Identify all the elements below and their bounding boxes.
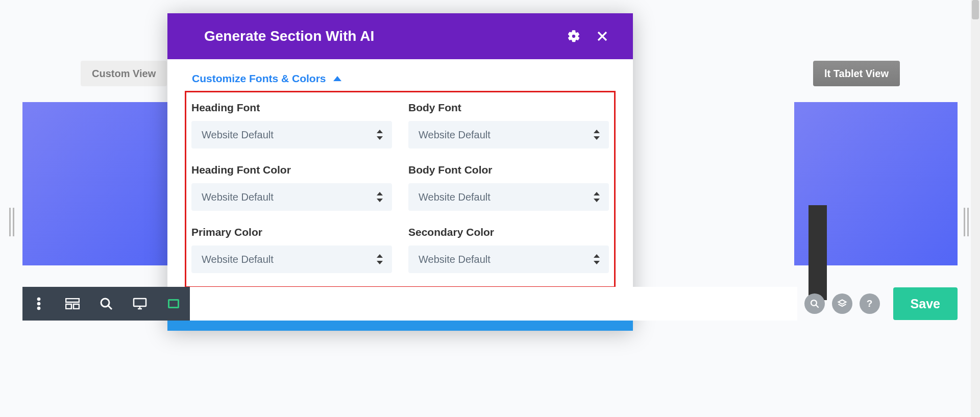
tablet-view-label: lt Tablet View xyxy=(824,68,889,80)
close-icon xyxy=(596,30,608,42)
save-label: Save xyxy=(911,297,940,311)
custom-view-button[interactable]: Custom View xyxy=(81,61,167,86)
svg-line-7 xyxy=(108,306,112,309)
primary-color-value: Website Default xyxy=(202,254,274,265)
zoom-button[interactable] xyxy=(99,297,113,311)
page-scrollbar-track[interactable] xyxy=(971,0,980,417)
custom-view-label: Custom View xyxy=(92,68,156,80)
primary-color-label: Primary Color xyxy=(191,226,392,238)
help-circle-button[interactable]: ? xyxy=(860,293,880,314)
page-scrollbar-thumb[interactable] xyxy=(972,0,979,19)
save-button[interactable]: Save xyxy=(893,287,958,320)
svg-point-0 xyxy=(37,298,40,301)
toolbar-dark-group xyxy=(22,287,190,321)
field-primary-color: Primary Color Website Default xyxy=(191,226,392,273)
resize-handle-right[interactable] xyxy=(964,208,971,236)
svg-rect-8 xyxy=(134,299,146,306)
settings-button[interactable] xyxy=(567,29,581,43)
heading-font-color-label: Heading Font Color xyxy=(191,164,392,176)
svg-rect-3 xyxy=(66,299,79,302)
body-font-color-label: Body Font Color xyxy=(408,164,609,176)
generate-section-modal: Generate Section With AI Customize Fonts… xyxy=(167,13,633,331)
primary-color-select[interactable]: Website Default xyxy=(191,246,392,273)
updown-icon xyxy=(377,192,383,202)
caret-up-icon xyxy=(333,76,341,81)
updown-icon xyxy=(594,130,600,140)
body-font-value: Website Default xyxy=(419,129,491,141)
heading-font-select[interactable]: Website Default xyxy=(191,121,392,149)
secondary-color-value: Website Default xyxy=(419,254,491,265)
customize-label: Customize Fonts & Colors xyxy=(192,72,326,85)
svg-rect-5 xyxy=(74,304,79,309)
canvas-dark-notch xyxy=(808,205,827,300)
heading-font-label: Heading Font xyxy=(191,102,392,114)
heading-font-color-select[interactable]: Website Default xyxy=(191,183,392,211)
magnifier-icon xyxy=(810,299,820,309)
field-secondary-color: Secondary Color Website Default xyxy=(408,226,609,273)
active-viewport-icon xyxy=(168,299,179,308)
svg-point-2 xyxy=(37,307,40,310)
body-font-select[interactable]: Website Default xyxy=(408,121,609,149)
svg-marker-13 xyxy=(838,300,846,304)
resize-handle-left[interactable] xyxy=(9,208,16,236)
search-circle-button[interactable] xyxy=(804,293,825,314)
monitor-icon xyxy=(133,298,147,310)
secondary-color-label: Secondary Color xyxy=(408,226,609,238)
field-body-font-color: Body Font Color Website Default xyxy=(408,164,609,211)
body-font-color-value: Website Default xyxy=(419,191,491,203)
canvas-section-left xyxy=(22,102,186,265)
heading-font-value: Website Default xyxy=(202,129,274,141)
updown-icon xyxy=(377,130,383,140)
desktop-view-button[interactable] xyxy=(133,297,147,311)
svg-point-11 xyxy=(811,300,817,306)
tablet-view-button[interactable]: lt Tablet View xyxy=(813,61,900,86)
heading-font-color-value: Website Default xyxy=(202,191,274,203)
field-body-font: Body Font Website Default xyxy=(408,102,609,149)
toolbar-spacer xyxy=(190,287,797,321)
question-icon: ? xyxy=(867,298,873,309)
svg-point-1 xyxy=(37,302,40,305)
layers-circle-button[interactable] xyxy=(832,293,852,314)
active-viewport-button[interactable] xyxy=(166,297,181,311)
fonts-colors-fields-highlight: Heading Font Website Default Body Font W… xyxy=(185,91,616,288)
close-button[interactable] xyxy=(595,29,609,43)
secondary-color-select[interactable]: Website Default xyxy=(408,246,609,273)
bottom-toolbar: ? Save xyxy=(22,287,958,321)
updown-icon xyxy=(594,254,600,264)
body-font-label: Body Font xyxy=(408,102,609,114)
customize-fonts-colors-toggle[interactable]: Customize Fonts & Colors xyxy=(167,59,633,91)
menu-button[interactable] xyxy=(32,297,46,311)
modal-title: Generate Section With AI xyxy=(204,28,552,44)
svg-rect-4 xyxy=(66,304,71,309)
svg-line-12 xyxy=(816,305,818,307)
wireframe-button[interactable] xyxy=(65,297,80,311)
layers-icon xyxy=(837,299,847,309)
field-heading-font-color: Heading Font Color Website Default xyxy=(191,164,392,211)
magnifier-icon xyxy=(100,297,113,310)
gear-icon xyxy=(567,30,580,43)
wireframe-icon xyxy=(65,298,80,309)
svg-point-6 xyxy=(101,299,109,307)
updown-icon xyxy=(594,192,600,202)
field-heading-font: Heading Font Website Default xyxy=(191,102,392,149)
modal-header: Generate Section With AI xyxy=(167,13,633,59)
kebab-icon xyxy=(37,297,41,310)
body-font-color-select[interactable]: Website Default xyxy=(408,183,609,211)
updown-icon xyxy=(377,254,383,264)
